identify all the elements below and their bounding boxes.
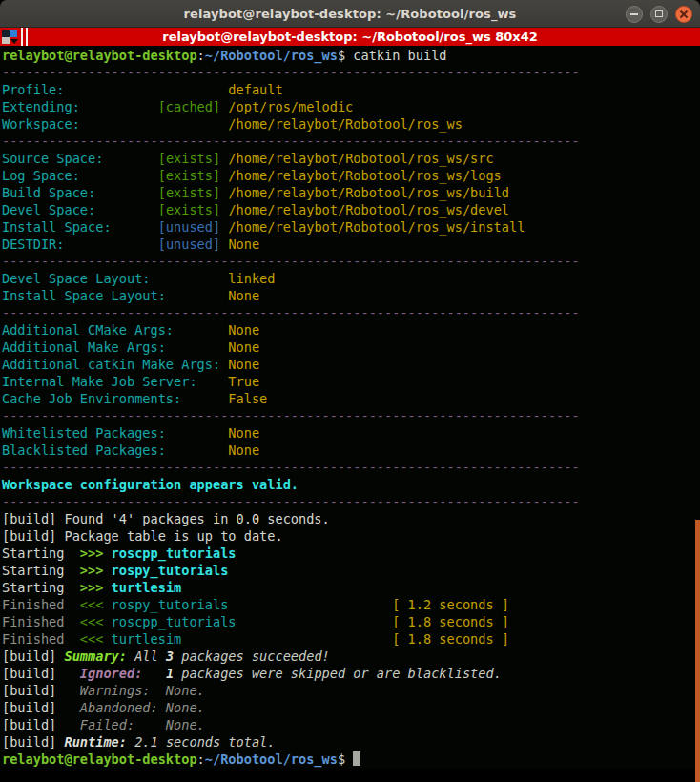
terminal-line: Install Space: [unused] /home/relaybot/R… [2, 218, 700, 236]
terminal-line: Blacklisted Packages: None [2, 442, 700, 459]
double-bar-icon [21, 28, 31, 46]
terminal-line: ----------------------------------------… [2, 459, 700, 476]
terminal-line: relaybot@relaybot-desktop:~/Robotool/ros… [2, 751, 700, 768]
terminal-line: ----------------------------------------… [2, 133, 700, 150]
grid-cell-gray [2, 37, 10, 44]
terminal-line: Devel Space: [exists] /home/relaybot/Rob… [2, 201, 700, 218]
close-button[interactable] [675, 6, 692, 23]
terminal-line: Extending: [cached] /opt/ros/melodic [2, 98, 700, 115]
terminal-line: Cache Job Environments: False [2, 390, 700, 407]
terminal-line: Whitelisted Packages: None [2, 424, 700, 442]
maximize-button[interactable] [650, 6, 668, 23]
terminal-line: [build] Warnings: None. [2, 682, 700, 699]
terminal-line: Install Space Layout: None [2, 287, 700, 304]
terminal-line: [build] Summary: All 3 packages succeede… [2, 648, 700, 665]
terminal-line: [build] Found '4' packages in 0.0 second… [2, 510, 700, 527]
terminal-line: Additional CMake Args: None [2, 321, 700, 339]
terminal-line: [build] Runtime: 2.1 seconds total. [2, 733, 700, 751]
window-controls [618, 0, 692, 28]
terminal-line: Devel Space Layout: linked [2, 270, 700, 287]
terminal-line: Starting >>> roscpp_tutorials [2, 545, 700, 562]
minimize-button[interactable] [626, 6, 643, 23]
terminal-line: [build] Ignored: 1 packages were skipped… [2, 665, 700, 682]
maximize-icon [655, 10, 663, 17]
screen-caption-bar: relaybot@relaybot-desktop: ~/Robotool/ro… [0, 28, 700, 46]
scrollbar-thumb[interactable] [695, 520, 700, 782]
grid-cell-blue [10, 30, 17, 37]
terminal-line: [build] Failed: None. [2, 716, 700, 733]
window-grid-icon [2, 30, 17, 44]
window-title: relaybot@relaybot-desktop: ~/Robotool/ro… [0, 7, 700, 21]
terminal-line: relaybot@relaybot-desktop:~/Robotool/ros… [2, 47, 700, 64]
terminal-line: ----------------------------------------… [2, 253, 700, 270]
terminal-line: Finished <<< roscpp_tutorials [ 1.8 seco… [2, 613, 700, 630]
terminal-line: ----------------------------------------… [2, 64, 700, 81]
terminal-line: ----------------------------------------… [2, 407, 700, 424]
screen-caption-title: relaybot@relaybot-desktop: ~/Robotool/ro… [0, 30, 700, 44]
terminal-line: Starting >>> rospy_tutorials [2, 562, 700, 579]
terminal-content: relaybot@relaybot-desktop:~/Robotool/ros… [0, 46, 700, 769]
dropdown-arrow-icon [10, 37, 17, 44]
terminal-line: ----------------------------------------… [2, 304, 700, 321]
terminal-line: DESTDIR: [unused] None [2, 236, 700, 253]
terminal-line: [build] Abandoned: None. [2, 699, 700, 716]
terminal-line: Finished <<< rospy_tutorials [ 1.2 secon… [2, 596, 700, 613]
minimize-icon [630, 13, 638, 15]
terminal-window: relaybot@relaybot-desktop: ~/Robotool/ro… [0, 0, 700, 782]
terminal-line: Build Space: [exists] /home/relaybot/Rob… [2, 184, 700, 201]
terminal-line: Workspace: /home/relaybot/Robotool/ros_w… [2, 115, 700, 133]
terminal-line: [build] Package table is up to date. [2, 527, 700, 545]
terminal-output[interactable]: relaybot@relaybot-desktop:~/Robotool/ros… [0, 46, 700, 782]
terminal-line: Additional catkin Make Args: None [2, 356, 700, 373]
grid-cell-dark [2, 30, 10, 37]
terminal-cursor [353, 751, 360, 766]
terminal-line: Log Space: [exists] /home/relaybot/Robot… [2, 167, 700, 184]
terminal-line: Finished <<< turtlesim [ 1.8 seconds ] [2, 630, 700, 648]
terminal-line: Profile: default [2, 81, 700, 98]
terminal-line: Source Space: [exists] /home/relaybot/Ro… [2, 150, 700, 167]
window-titlebar[interactable]: relaybot@relaybot-desktop: ~/Robotool/ro… [0, 0, 700, 28]
terminal-line: ----------------------------------------… [2, 493, 700, 510]
terminal-line: Internal Make Job Server: True [2, 373, 700, 390]
close-icon [679, 10, 689, 19]
terminal-line: Starting >>> turtlesim [2, 579, 700, 596]
terminal-line: Workspace configuration appears valid. [2, 476, 700, 493]
terminal-line: Additional Make Args: None [2, 339, 700, 356]
